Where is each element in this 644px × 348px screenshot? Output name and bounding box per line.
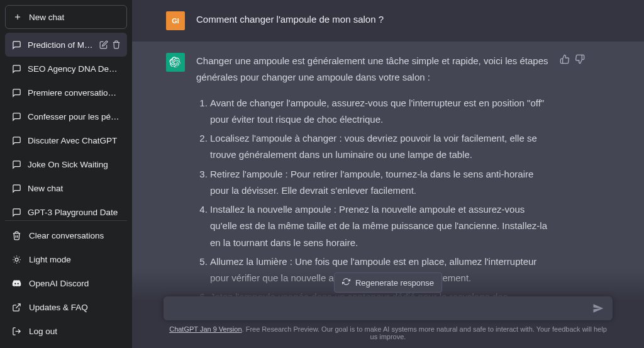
logout-button[interactable]: Log out bbox=[5, 319, 127, 343]
light-mode-label: Light mode bbox=[29, 255, 71, 264]
chat-icon bbox=[11, 64, 21, 74]
svg-line-11 bbox=[16, 303, 20, 308]
chat-icon bbox=[11, 40, 21, 50]
new-chat-label: New chat bbox=[29, 13, 64, 22]
sidebar-chat-label: Discuter Avec ChatGPT bbox=[28, 136, 121, 145]
chat-list: Prediction of McDonalSEO Agency DNA Desc… bbox=[5, 33, 127, 220]
assistant-avatar bbox=[166, 53, 185, 72]
svg-line-5 bbox=[14, 257, 14, 257]
assistant-step: Installez la nouvelle ampoule : Prenez l… bbox=[210, 201, 548, 251]
footer-text: . Free Research Preview. Our goal is to … bbox=[242, 325, 607, 340]
refresh-icon bbox=[342, 278, 350, 288]
footer-note: ChatGPT Jan 9 Version. Free Research Pre… bbox=[164, 320, 613, 343]
thumbs-up-button[interactable] bbox=[560, 54, 570, 64]
assistant-intro: Changer une ampoule est généralement une… bbox=[196, 53, 548, 86]
svg-line-10 bbox=[19, 257, 19, 257]
sidebar-bottom: Clear conversations Light mode OpenAI Di… bbox=[5, 220, 127, 343]
svg-line-9 bbox=[14, 262, 14, 262]
sidebar-chat-item[interactable]: Prediction of McDonal bbox=[5, 33, 127, 57]
updates-label: Updates & FAQ bbox=[29, 303, 88, 312]
sidebar: New chat Prediction of McDonalSEO Agency… bbox=[0, 0, 132, 348]
send-button[interactable] bbox=[592, 303, 604, 314]
main: GI Comment changer l'ampoule de mon salo… bbox=[132, 0, 644, 348]
light-mode-button[interactable]: Light mode bbox=[5, 247, 127, 271]
sidebar-chat-label: Confesser pour les péchés? bbox=[28, 112, 121, 121]
sun-icon bbox=[11, 254, 21, 264]
sidebar-chat-item[interactable]: Premiere conversation manqu bbox=[5, 81, 127, 104]
sidebar-chat-item[interactable]: New chat bbox=[5, 176, 127, 200]
chat-icon bbox=[11, 207, 21, 217]
svg-line-6 bbox=[19, 262, 19, 262]
version-link[interactable]: ChatGPT Jan 9 Version bbox=[169, 325, 242, 333]
external-link-icon bbox=[11, 302, 21, 312]
composer[interactable] bbox=[164, 296, 613, 320]
chat-icon bbox=[11, 159, 21, 169]
sidebar-chat-item[interactable]: Joke On Sick Waiting bbox=[5, 152, 127, 176]
trash-icon bbox=[11, 230, 21, 240]
logout-icon bbox=[11, 326, 21, 336]
sidebar-chat-item[interactable]: GPT-3 Playground Date bbox=[5, 200, 127, 220]
clear-label: Clear conversations bbox=[29, 231, 104, 240]
discord-label: OpenAI Discord bbox=[29, 279, 89, 288]
chat-icon bbox=[11, 183, 21, 193]
sidebar-chat-label: Joke On Sick Waiting bbox=[28, 160, 121, 169]
user-avatar: GI bbox=[166, 11, 185, 30]
regenerate-label: Regenerate response bbox=[355, 278, 434, 288]
assistant-step: Localisez l'ampoule à changer : vous dev… bbox=[210, 130, 548, 164]
user-message-text: Comment changer l'ampoule de mon salon ? bbox=[196, 11, 548, 30]
logout-label: Log out bbox=[29, 327, 57, 336]
discord-icon bbox=[11, 278, 21, 288]
chat-icon bbox=[11, 111, 21, 121]
chat-icon bbox=[11, 87, 21, 98]
thumbs-down-button[interactable] bbox=[575, 54, 585, 64]
plus-icon bbox=[13, 12, 23, 22]
chat-item-actions bbox=[99, 40, 121, 49]
sidebar-chat-item[interactable]: Confesser pour les péchés? bbox=[5, 104, 127, 128]
edit-icon[interactable] bbox=[99, 40, 108, 49]
sidebar-chat-item[interactable]: SEO Agency DNA Description bbox=[5, 57, 127, 81]
sidebar-chat-label: New chat bbox=[28, 184, 121, 193]
assistant-step: Retirez l'ampoule : Pour retirer l'ampou… bbox=[210, 166, 548, 199]
user-message-row: GI Comment changer l'ampoule de mon salo… bbox=[132, 0, 644, 42]
clear-conversations-button[interactable]: Clear conversations bbox=[5, 223, 127, 247]
sidebar-chat-label: Prediction of McDonal bbox=[28, 40, 93, 50]
sidebar-chat-label: Premiere conversation manqu bbox=[28, 88, 121, 98]
composer-area: Regenerate response ChatGPT Jan 9 Versio… bbox=[132, 270, 644, 348]
sidebar-chat-label: SEO Agency DNA Description bbox=[28, 64, 121, 74]
chat-icon bbox=[11, 135, 21, 145]
svg-point-2 bbox=[15, 258, 18, 261]
sidebar-chat-label: GPT-3 Playground Date bbox=[28, 208, 121, 217]
sidebar-chat-item[interactable]: Discuter Avec ChatGPT bbox=[5, 128, 127, 152]
message-input[interactable] bbox=[172, 303, 592, 314]
new-chat-button[interactable]: New chat bbox=[5, 5, 127, 29]
updates-faq-button[interactable]: Updates & FAQ bbox=[5, 295, 127, 319]
delete-icon[interactable] bbox=[112, 40, 121, 49]
discord-button[interactable]: OpenAI Discord bbox=[5, 271, 127, 295]
regenerate-button[interactable]: Regenerate response bbox=[334, 272, 442, 293]
assistant-step: Avant de changer l'ampoule, assurez-vous… bbox=[210, 95, 548, 128]
